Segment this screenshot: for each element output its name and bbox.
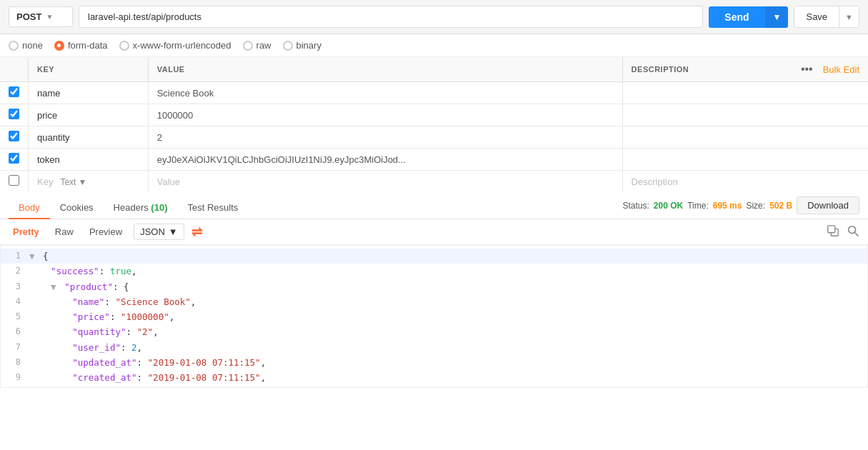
description-col-header: DESCRIPTION ••• Bulk Edit: [622, 57, 868, 82]
placeholder-value-label: Value: [157, 176, 180, 187]
placeholder-value-cell[interactable]: Value: [148, 171, 622, 193]
json-line-7: 7 "user_id": 2,: [1, 340, 867, 355]
raw-label: Raw: [55, 226, 74, 237]
body-type-raw[interactable]: raw: [243, 40, 271, 51]
response-status-info: Status: 200 OK Time: 695 ms Size: 502 B …: [622, 196, 859, 219]
placeholder-checkbox-cell: [0, 171, 29, 193]
body-type-none[interactable]: none: [9, 40, 43, 51]
placeholder-checkbox[interactable]: [9, 175, 19, 186]
status-code: 200 OK: [654, 201, 683, 211]
download-button[interactable]: Download: [797, 196, 859, 214]
row4-value-cell[interactable]: eyJ0eXAiOiJKV1QiLCJhbGciOiJIUzI1NiJ9.eyJ…: [148, 149, 622, 171]
send-btn-group: Send ▼: [709, 6, 788, 28]
tab-cookies[interactable]: Cookies: [50, 197, 104, 219]
json-chevron-icon: ▼: [169, 226, 178, 237]
form-data-table: KEY VALUE DESCRIPTION ••• Bulk Edit name…: [0, 57, 868, 192]
radio-none-icon: [9, 41, 19, 51]
row2-key-cell[interactable]: price: [29, 104, 149, 126]
json-line-6: 6 "quantity": "2",: [1, 324, 867, 339]
wrap-icon[interactable]: ⇌: [191, 224, 202, 240]
table-row: token eyJ0eXAiOiJKV1QiLCJhbGciOiJIUzI1Ni…: [0, 149, 868, 171]
row1-value-cell[interactable]: Science Book: [148, 82, 622, 104]
row4-key-cell[interactable]: token: [29, 149, 149, 171]
tab-test-results[interactable]: Test Results: [177, 197, 248, 219]
status-label: Status:: [622, 201, 649, 211]
tab-body[interactable]: Body: [9, 197, 50, 219]
row2-checkbox-cell: [0, 104, 29, 126]
line-num-1: 1: [6, 249, 29, 264]
json-format-dropdown[interactable]: JSON ▼: [134, 224, 184, 240]
collapse-1-icon[interactable]: ▼: [29, 251, 35, 261]
body-type-none-label: none: [22, 40, 43, 51]
table-row: name Science Book: [0, 82, 868, 104]
body-type-form-data[interactable]: form-data: [54, 40, 108, 51]
svg-line-3: [855, 232, 859, 236]
send-button[interactable]: Send: [709, 6, 764, 28]
row2-value-cell[interactable]: 1000000: [148, 104, 622, 126]
body-type-urlencoded[interactable]: x-www-form-urlencoded: [119, 40, 231, 51]
row3-checkbox[interactable]: [9, 131, 19, 141]
body-type-binary[interactable]: binary: [283, 40, 321, 51]
key-type-label: Text: [60, 177, 76, 187]
tab-headers[interactable]: Headers (10): [104, 197, 178, 219]
save-btn-group: Save ▼: [794, 6, 859, 28]
key-col-header: KEY: [29, 57, 149, 82]
bulk-edit-button[interactable]: Bulk Edit: [823, 64, 859, 75]
row1-checkbox[interactable]: [9, 86, 19, 97]
request-bar: POST ▼ Send ▼ Save ▼: [0, 0, 868, 34]
key-type-chevron-icon: ▼: [78, 177, 86, 187]
row1-checkbox-cell: [0, 82, 29, 104]
json-line-5: 5 "price": "1000000",: [1, 309, 867, 324]
preview-label: Preview: [89, 226, 122, 237]
row3-checkbox-cell: [0, 126, 29, 149]
json-line-4: 4 "name": "Science Book",: [1, 294, 867, 309]
response-tabs-bar: Body Cookies Headers (10) Test Results S…: [0, 192, 868, 219]
method-label: POST: [16, 11, 41, 22]
row4-desc-cell[interactable]: [622, 149, 868, 171]
format-bar: Pretty Raw Preview JSON ▼ ⇌: [0, 219, 868, 245]
more-options-button[interactable]: •••: [797, 63, 817, 76]
row3-desc-cell[interactable]: [622, 126, 868, 149]
svg-rect-1: [828, 225, 835, 232]
preview-button[interactable]: Preview: [85, 224, 126, 239]
body-type-binary-label: binary: [296, 40, 321, 51]
placeholder-key-cell[interactable]: Key Text ▼: [29, 171, 149, 193]
body-type-raw-label: raw: [256, 40, 271, 51]
row2-checkbox[interactable]: [9, 109, 19, 119]
method-dropdown[interactable]: POST ▼: [9, 6, 73, 27]
table-row: quantity 2: [0, 126, 868, 149]
copy-icon[interactable]: [827, 224, 839, 240]
placeholder-desc-cell[interactable]: Description: [622, 171, 868, 193]
json-line-2: 2 "success": true,: [1, 264, 867, 279]
json-line-3: 3 ▼ "product": {: [1, 279, 867, 294]
row3-key-cell[interactable]: quantity: [29, 126, 149, 149]
tab-cookies-label: Cookies: [60, 202, 94, 213]
body-type-bar: none form-data x-www-form-urlencoded raw…: [0, 34, 868, 57]
url-input[interactable]: [79, 6, 703, 28]
row1-key-cell[interactable]: name: [29, 82, 149, 104]
radio-raw-icon: [243, 41, 253, 51]
save-dropdown-button[interactable]: ▼: [839, 6, 859, 27]
size-label: Size:: [746, 201, 765, 211]
json-line-10: 10 "id": 1: [1, 385, 867, 388]
collapse-3-icon[interactable]: ▼: [51, 281, 56, 292]
format-right-actions: [827, 224, 859, 240]
save-button[interactable]: Save: [794, 6, 839, 27]
svg-point-2: [849, 226, 856, 233]
checkbox-col-header: [0, 57, 29, 82]
json-viewer: 1 ▼ { 2 "success": true, 3 ▼ "product": …: [0, 245, 868, 388]
search-icon[interactable]: [847, 224, 859, 240]
row1-desc-cell[interactable]: [622, 82, 868, 104]
row2-desc-cell[interactable]: [622, 104, 868, 126]
send-dropdown-button[interactable]: ▼: [765, 6, 789, 28]
tab-test-results-label: Test Results: [187, 202, 238, 213]
row4-checkbox[interactable]: [9, 153, 19, 164]
json-line-8: 8 "updated_at": "2019-01-08 07:11:15",: [1, 355, 867, 370]
raw-button[interactable]: Raw: [51, 224, 78, 239]
pretty-button[interactable]: Pretty: [9, 224, 44, 239]
json-format-label: JSON: [140, 226, 165, 237]
placeholder-desc-label: Description: [632, 176, 678, 187]
json-line-9: 9 "created_at": "2019-01-08 07:11:15",: [1, 370, 867, 385]
key-type-dropdown[interactable]: Text ▼: [56, 177, 86, 187]
row3-value-cell[interactable]: 2: [148, 126, 622, 149]
